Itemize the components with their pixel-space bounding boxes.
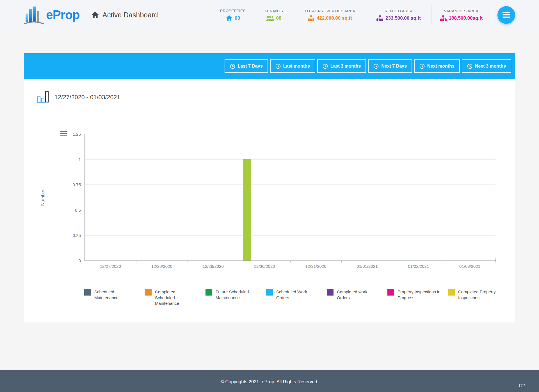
legend-item-property-inspections-in-progress[interactable]: Property Inspections in Progress xyxy=(387,289,448,306)
y-tick-label: 1.25 xyxy=(73,132,81,137)
legend-item-completed-work-orders[interactable]: Completed work Orders xyxy=(327,289,387,306)
main-content: Last 7 Days Last months Last 3 months Ne… xyxy=(0,30,539,322)
gridline xyxy=(85,185,495,185)
clock-icon xyxy=(419,64,425,69)
x-tick xyxy=(188,260,188,262)
legend-swatch xyxy=(448,289,455,296)
x-tick xyxy=(341,260,342,262)
axis-end-tick xyxy=(495,258,495,260)
users-icon xyxy=(266,15,274,21)
x-tick xyxy=(393,260,393,262)
y-tick-label: 0.25 xyxy=(73,233,81,237)
button-last-3-months[interactable]: Last 3 months xyxy=(317,59,366,73)
button-last-months[interactable]: Last months xyxy=(270,59,315,73)
legend-item-completed-scheduled-maintenance[interactable]: Completed Scheduled Maintenance xyxy=(145,289,205,306)
app-footer: © Copyrights 2021- eProp. All Rights Res… xyxy=(0,370,539,392)
x-tick xyxy=(239,260,239,262)
hamburger-icon xyxy=(503,12,510,18)
x-tick-label: 12/30/2020 xyxy=(239,264,290,269)
stat-properties: PROPERTIES 03 xyxy=(212,5,254,25)
buildings-icon xyxy=(24,5,44,25)
nav-active-dashboard[interactable]: Active Dashboard xyxy=(92,11,158,19)
sitemap-icon xyxy=(308,15,314,21)
dashboard-card: Last 7 Days Last months Last 3 months Ne… xyxy=(24,53,515,322)
y-tick-label: 0.75 xyxy=(73,182,81,187)
x-tick-label: 12/31/2020 xyxy=(290,264,342,269)
stat-value: 422,000.00 sq.ft xyxy=(308,15,352,21)
app-header: eProp Active Dashboard PROPERTIES 03 TEN… xyxy=(0,0,539,30)
chart-title-row: 12/27/2020 - 01/03/2021 xyxy=(37,91,120,104)
bar-chart-icon xyxy=(37,91,51,104)
chart-title: 12/27/2020 - 01/03/2021 xyxy=(54,94,120,101)
stat-rented-area: RENTED AREA 233,500.00 sq.ft xyxy=(366,5,431,25)
stat-label: TOTAL PROPERTIES AREA xyxy=(305,9,355,13)
chart-panel: 12/27/2020 - 01/03/2021 Number 1.25 1 0.… xyxy=(24,79,515,322)
plot-area: 1.25 1 0.75 0.5 0.25 0 12/27/2020 12/28/… xyxy=(84,134,495,261)
logo[interactable]: eProp xyxy=(0,0,84,30)
chart-legend: Scheduled Maintenance Completed Schedule… xyxy=(84,289,509,306)
date-range-toolbar: Last 7 Days Last months Last 3 months Ne… xyxy=(24,53,515,79)
x-tick xyxy=(495,260,496,262)
gridline xyxy=(85,134,495,134)
legend-item-scheduled-maintenance[interactable]: Scheduled Maintenance xyxy=(84,289,145,306)
clock-icon xyxy=(323,64,328,69)
legend-swatch xyxy=(327,289,334,296)
gridline xyxy=(85,159,495,160)
legend-swatch xyxy=(205,289,212,296)
y-tick-label: 0.5 xyxy=(75,207,81,212)
header-stats: PROPERTIES 03 TENANTS 08 xyxy=(212,0,491,30)
legend-item-scheduled-work-orders[interactable]: Scheduled Work Orders xyxy=(266,289,327,306)
x-tick-label: 01/02/2021 xyxy=(393,264,444,269)
legend-item-future-scheduled-maintenance[interactable]: Future Scheduled Maintenance xyxy=(205,289,266,306)
home-icon xyxy=(226,15,232,21)
x-tick xyxy=(136,260,136,262)
home-icon xyxy=(92,11,99,18)
chart-context-menu-icon[interactable] xyxy=(60,131,67,136)
stat-label: PROPERTIES xyxy=(220,9,246,13)
x-tick-label: 01/01/2021 xyxy=(341,264,393,269)
menu-button[interactable] xyxy=(497,6,515,24)
stat-value: 08 xyxy=(266,15,282,21)
copyright-text: © Copyrights 2021- eProp. All Rights Res… xyxy=(0,379,539,384)
page-code: C2 xyxy=(519,383,525,389)
gridline xyxy=(85,210,495,210)
sitemap-icon xyxy=(376,15,383,21)
clock-icon xyxy=(230,64,235,69)
x-tick-label: 01/03/2021 xyxy=(444,264,495,269)
y-axis-title: Number xyxy=(40,134,45,261)
x-tick-label: 12/27/2020 xyxy=(85,264,136,269)
stat-tenants: TENANTS 08 xyxy=(254,5,294,25)
clock-icon xyxy=(467,64,472,69)
x-tick-label: 12/29/2020 xyxy=(188,264,239,269)
page-title: Active Dashboard xyxy=(102,11,158,19)
gridline xyxy=(85,235,495,236)
y-tick-label: 0 xyxy=(79,258,81,263)
y-tick-label: 1 xyxy=(79,157,81,162)
x-tick xyxy=(444,260,444,262)
stat-value: 03 xyxy=(226,15,240,21)
stat-label: VACANCIES AREA xyxy=(444,9,478,13)
legend-swatch xyxy=(145,289,152,296)
legend-swatch xyxy=(266,289,273,296)
legend-item-completed-property-inspections[interactable]: Completed Property Inspections xyxy=(448,289,509,306)
stat-value: 188,500.00sq.ft xyxy=(440,15,483,21)
x-tick-label: 12/28/2020 xyxy=(136,264,188,269)
legend-swatch xyxy=(84,289,91,296)
clock-icon xyxy=(275,64,281,69)
button-next-3-months[interactable]: Next 3 months xyxy=(462,59,511,73)
stat-label: RENTED AREA xyxy=(385,9,413,13)
button-next-7-days[interactable]: Next 7 Days xyxy=(368,59,412,73)
x-tick xyxy=(290,260,291,262)
button-next-months[interactable]: Next months xyxy=(414,59,460,73)
stat-label: TENANTS xyxy=(265,9,283,13)
button-last-7-days[interactable]: Last 7 Days xyxy=(225,59,268,73)
sitemap-icon xyxy=(440,15,447,21)
stat-total-properties-area: TOTAL PROPERTIES AREA 422,000.00 sq.ft xyxy=(294,5,366,25)
legend-swatch xyxy=(387,289,394,296)
chart-bar[interactable] xyxy=(243,159,251,260)
logo-text: eProp xyxy=(46,8,80,22)
x-tick xyxy=(85,260,85,262)
clock-icon xyxy=(373,64,379,69)
stat-value: 233,500.00 sq.ft xyxy=(376,15,421,21)
stat-vacancies-area: VACANCIES AREA 188,500.00sq.ft xyxy=(431,5,491,25)
